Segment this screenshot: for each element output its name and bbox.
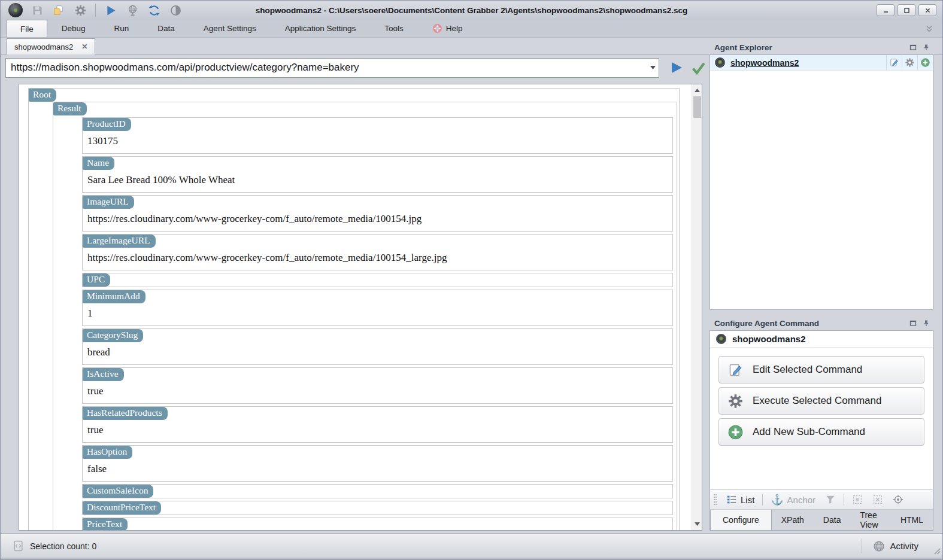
tree-field[interactable]: IsActive true <box>82 367 673 404</box>
menu-help[interactable]: Help <box>418 20 477 37</box>
tab-shopwoodmans2[interactable]: shopwoodmans2 ✕ <box>7 38 95 54</box>
run-agent-button[interactable] <box>102 2 120 18</box>
gear-icon <box>905 57 915 68</box>
pin-icon[interactable] <box>923 319 930 327</box>
save-button[interactable] <box>28 2 46 18</box>
resize-grip[interactable] <box>932 546 941 555</box>
tree-field[interactable]: ImageURL https://res.cloudinary.com/www-… <box>82 195 673 232</box>
tab-configure[interactable]: Configure <box>710 510 772 530</box>
tree-field[interactable]: PriceText $1.89 <box>82 518 673 530</box>
contrast-button[interactable] <box>166 2 184 18</box>
command-node-label[interactable]: shopwoodmans2 <box>732 334 806 344</box>
field-name-badge[interactable]: LargeImageURL <box>83 235 156 248</box>
settings-button[interactable] <box>71 2 89 18</box>
menu-file[interactable]: File <box>7 20 47 37</box>
tab-tree-view[interactable]: Tree View <box>850 510 890 530</box>
menu-debug[interactable]: Debug <box>47 20 100 37</box>
play-icon <box>105 4 117 17</box>
field-name-badge[interactable]: Name <box>83 157 114 170</box>
field-value[interactable]: true <box>83 420 672 442</box>
tree-field[interactable]: HasOption false <box>82 445 673 482</box>
restore-panel-icon[interactable] <box>909 44 917 51</box>
minimize-button[interactable] <box>877 4 895 16</box>
configure-command-title: Configure Agent Command <box>714 319 819 328</box>
root-badge[interactable]: Root <box>29 89 56 102</box>
field-value[interactable]: https://res.cloudinary.com/www-grocerkey… <box>83 248 672 270</box>
field-name-badge[interactable]: DiscountPriceText <box>83 501 161 515</box>
target-button[interactable] <box>888 492 908 507</box>
tree-field[interactable]: ProductID 130175 <box>82 117 673 154</box>
scroll-up-icon[interactable] <box>692 86 702 95</box>
field-value[interactable]: 130175 <box>83 131 672 153</box>
field-value[interactable]: 1 <box>83 303 672 325</box>
clear-selection-button[interactable] <box>868 492 888 507</box>
tree-field[interactable]: CategorySlug bread <box>82 328 673 365</box>
field-value[interactable]: Sara Lee Bread 100% Whole Wheat <box>83 170 672 192</box>
field-name-badge[interactable]: ProductID <box>83 118 131 131</box>
filter-button[interactable] <box>820 492 841 507</box>
anchor-button[interactable]: ⚓ Anchor <box>766 492 820 507</box>
validate-button[interactable] <box>689 59 707 77</box>
agent-settings-button[interactable] <box>902 55 917 70</box>
tab-data[interactable]: Data <box>814 510 851 530</box>
scrollbar-thumb[interactable] <box>693 96 701 118</box>
edit-selected-command-button[interactable]: Edit Selected Command <box>718 356 924 384</box>
tree-field[interactable]: DiscountPriceText <box>82 501 673 515</box>
menu-application-settings[interactable]: Application Settings <box>271 20 371 37</box>
field-name-badge[interactable]: MinimumAdd <box>83 290 145 303</box>
url-dropdown-button[interactable] <box>647 59 659 77</box>
menu-expand-button[interactable] <box>924 20 934 37</box>
tab-html[interactable]: HTML <box>891 510 933 530</box>
menu-run[interactable]: Run <box>100 20 144 37</box>
maximize-button[interactable] <box>897 4 915 16</box>
marquee-select-button[interactable] <box>847 492 868 507</box>
menu-tools[interactable]: Tools <box>370 20 418 37</box>
menu-data[interactable]: Data <box>143 20 189 37</box>
scroll-down-icon[interactable] <box>692 519 702 529</box>
tree-field[interactable]: CustomSaleIcon <box>82 484 673 498</box>
field-value[interactable]: true <box>83 381 672 403</box>
agent-tree-item[interactable]: shopwoodmans2 <box>710 55 933 71</box>
open-file-button[interactable] <box>50 2 68 18</box>
pin-icon[interactable] <box>923 44 930 51</box>
edit-agent-button[interactable] <box>886 55 902 70</box>
field-value[interactable]: bread <box>83 342 672 364</box>
tree-node-result: Result ProductID 130175 Name Sara Lee Br… <box>53 102 677 530</box>
field-name-badge[interactable]: IsActive <box>83 368 124 381</box>
field-name-badge[interactable]: CategorySlug <box>83 329 143 342</box>
toolbar-grip-handle[interactable] <box>714 494 717 505</box>
add-agent-button[interactable] <box>917 55 933 70</box>
tree-field[interactable]: UPC <box>82 273 673 287</box>
navigate-button[interactable] <box>668 59 686 77</box>
menu-agent-settings[interactable]: Agent Settings <box>189 20 271 37</box>
list-button[interactable]: List <box>721 492 759 507</box>
url-text[interactable]: https://madison.shopwoodmans.com/api/pro… <box>6 62 647 74</box>
field-name-badge[interactable]: ImageURL <box>83 196 134 209</box>
field-name-badge[interactable]: UPC <box>83 273 110 287</box>
tree-field[interactable]: HasRelatedProducts true <box>82 406 673 443</box>
window-frame-edge <box>1 558 942 559</box>
field-value[interactable]: false <box>83 459 672 481</box>
activity-indicator[interactable]: Activity <box>873 540 918 552</box>
close-button[interactable] <box>918 4 936 16</box>
restore-panel-icon[interactable] <box>909 319 917 327</box>
field-name-badge[interactable]: HasRelatedProducts <box>83 407 168 420</box>
field-value[interactable]: https://res.cloudinary.com/www-grocerkey… <box>83 209 672 231</box>
tree-field[interactable]: LargeImageURL https://res.cloudinary.com… <box>82 234 673 270</box>
field-name-badge[interactable]: CustomSaleIcon <box>83 485 153 498</box>
agent-node-label[interactable]: shopwoodmans2 <box>730 58 799 68</box>
refresh-button[interactable] <box>145 2 163 18</box>
selected-command-row[interactable]: shopwoodmans2 <box>710 331 933 348</box>
tree-scrollbar[interactable] <box>692 84 702 530</box>
browser-button[interactable] <box>123 2 141 18</box>
tree-field[interactable]: Name Sara Lee Bread 100% Whole Wheat <box>82 156 673 193</box>
result-badge[interactable]: Result <box>53 102 87 115</box>
field-name-badge[interactable]: HasOption <box>83 446 132 459</box>
field-name-badge[interactable]: PriceText <box>83 518 128 530</box>
url-input[interactable]: https://madison.shopwoodmans.com/api/pro… <box>5 58 659 78</box>
tree-field[interactable]: MinimumAdd 1 <box>82 290 673 326</box>
tab-close-icon[interactable]: ✕ <box>81 42 87 51</box>
add-new-sub-command-button[interactable]: Add New Sub-Command <box>718 418 924 446</box>
execute-selected-command-button[interactable]: Execute Selected Command <box>718 387 924 415</box>
tab-xpath[interactable]: XPath <box>772 510 814 530</box>
